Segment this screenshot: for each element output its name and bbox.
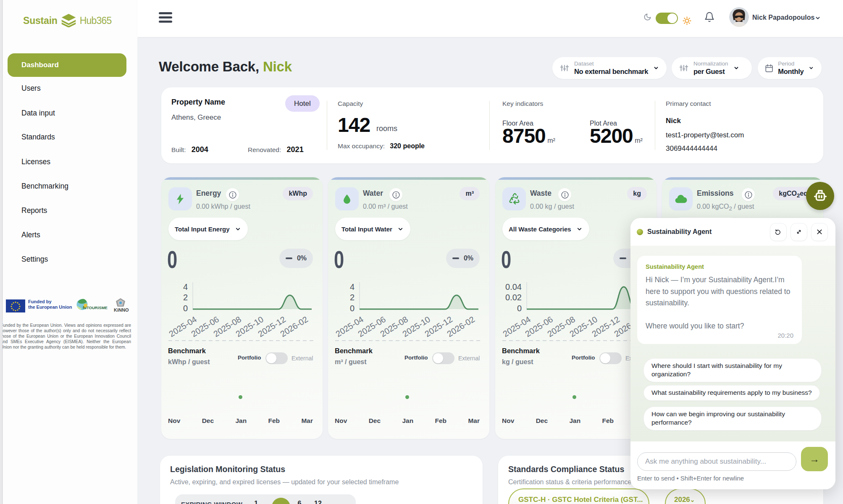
svg-text:0: 0	[517, 304, 522, 313]
svg-text:4: 4	[350, 282, 355, 291]
svg-text:0.02: 0.02	[505, 293, 522, 302]
svg-text:KiNNO: KiNNO	[114, 307, 129, 312]
svg-text:fuTOURiSME: fuTOURiSME	[83, 305, 108, 310]
svg-text:4: 4	[183, 282, 188, 291]
svg-text:2: 2	[350, 293, 355, 302]
svg-text:0.04: 0.04	[505, 282, 522, 291]
svg-text:0: 0	[183, 304, 188, 313]
svg-text:0: 0	[350, 304, 355, 313]
svg-text:2: 2	[183, 293, 188, 302]
